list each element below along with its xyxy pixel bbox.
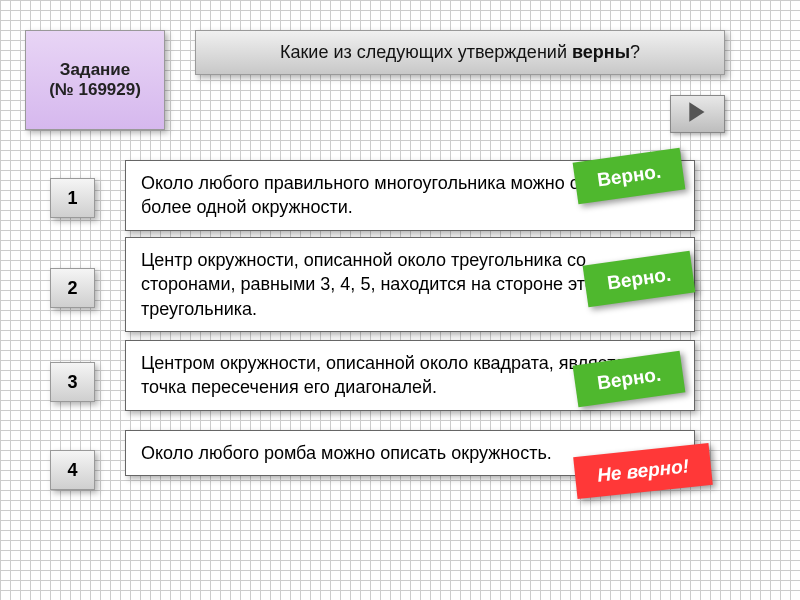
option-button-2[interactable]: 2 <box>50 268 95 308</box>
task-title-box: Задание (№ 169929) <box>25 30 165 130</box>
task-number: (№ 169929) <box>49 80 141 100</box>
next-button[interactable] <box>670 95 725 133</box>
option-button-1[interactable]: 1 <box>50 178 95 218</box>
statement-text: Около любого ромба можно описать окружно… <box>141 443 552 463</box>
question-bar: Какие из следующих утверждений верны? <box>195 30 725 75</box>
question-text: Какие из следующих утверждений верны? <box>280 42 640 63</box>
statement-text: Центр окружности, описанной около треуго… <box>141 250 611 319</box>
option-button-3[interactable]: 3 <box>50 362 95 402</box>
play-forward-icon <box>685 99 711 129</box>
option-number: 4 <box>67 460 77 481</box>
svg-marker-0 <box>689 102 704 122</box>
option-number: 2 <box>67 278 77 299</box>
option-button-4[interactable]: 4 <box>50 450 95 490</box>
option-number: 3 <box>67 372 77 393</box>
task-label: Задание <box>60 60 131 80</box>
statement-text: Центром окружности, описанной около квад… <box>141 353 634 397</box>
option-number: 1 <box>67 188 77 209</box>
